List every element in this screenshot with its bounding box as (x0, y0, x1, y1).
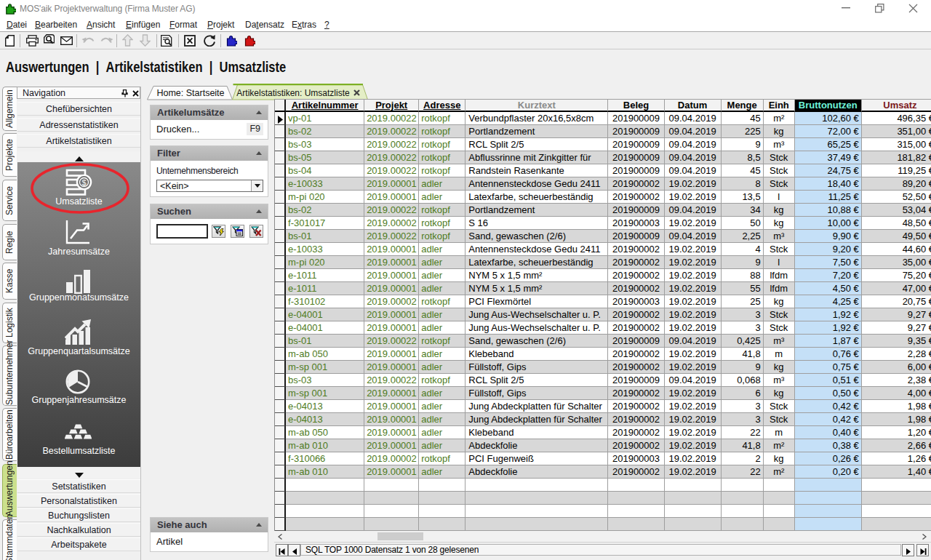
svg-text:Artikelstatistiken: Umsatzlist: Artikelstatistiken: Umsatzliste (236, 88, 350, 98)
svg-text:Home: Startseite: Home: Startseite (156, 88, 224, 98)
